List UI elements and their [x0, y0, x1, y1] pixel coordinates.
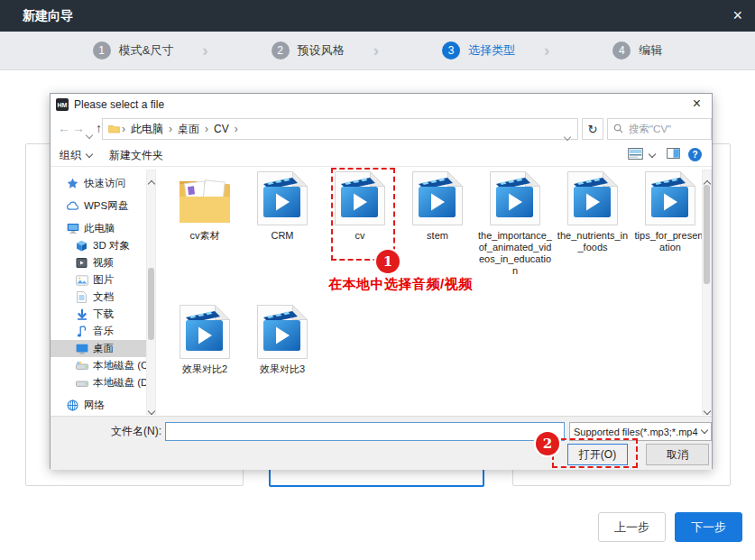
file-item-cv素材[interactable]: cv素材 [166, 169, 244, 302]
sidebar-item-网络[interactable]: 网络 [51, 397, 146, 414]
address-caret-icon[interactable] [565, 127, 570, 143]
step-label: 模式&尺寸 [119, 42, 174, 59]
file-name-label: cv素材 [167, 230, 243, 242]
sidebar-item-图片[interactable]: 图片 [51, 271, 146, 289]
sidebar-item-label: 视频 [93, 256, 114, 270]
breadcrumb: ›此电脑›桌面›CV› [120, 122, 240, 137]
video-file-icon [489, 169, 541, 226]
sidebar-scrollbar[interactable] [146, 170, 156, 415]
step-separator-icon: › [373, 41, 379, 59]
prev-step-button[interactable]: 上一步 [598, 512, 666, 542]
files-scrollbar[interactable] [702, 170, 712, 415]
file-item-the_importance_of_animated_videos_in_education[interactable]: the_importance_of_animated_videos_in_edu… [476, 169, 554, 302]
dialog-close-icon[interactable]: × [693, 96, 701, 112]
file-item-效果对比3[interactable]: 效果对比3 [244, 302, 321, 375]
history-caret-icon[interactable] [87, 125, 92, 142]
forward-icon[interactable]: → [72, 120, 85, 136]
filename-label: 文件名(N): [51, 424, 161, 439]
sidebar-item-label: 3D 对象 [93, 239, 130, 252]
search-icon [613, 121, 623, 137]
crumb-separator-icon: › [205, 123, 208, 135]
dialog-toolbar: 组织 新建文件夹 ? [51, 144, 712, 167]
sidebar-item-本地磁盘 (D:)[interactable]: 本地磁盘 (D:) [51, 374, 146, 391]
sidebar-item-文档[interactable]: 文档 [51, 289, 146, 306]
file-item-效果对比2[interactable]: 效果对比2 [166, 302, 244, 375]
sidebar-item-label: 音乐 [93, 325, 114, 338]
step-number-badge: 4 [612, 41, 631, 60]
step-label: 编辑 [639, 42, 662, 59]
refresh-button[interactable]: ↻ [582, 118, 603, 140]
file-name-label: 效果对比3 [244, 363, 320, 375]
organize-label: 组织 [60, 148, 81, 163]
step-2: 2预设风格 [272, 41, 345, 60]
drive-c-icon [75, 360, 88, 372]
help-button[interactable]: ? [688, 148, 702, 161]
drive-icon [75, 377, 88, 390]
step-3: 3选择类型 [442, 41, 515, 60]
sidebar-item-视频[interactable]: 视频 [51, 254, 146, 271]
video-file-icon [566, 169, 619, 226]
crumb-separator-icon: › [169, 123, 172, 135]
back-icon[interactable]: ← [58, 120, 70, 136]
window-close-icon[interactable]: × [732, 6, 742, 24]
address-bar[interactable]: ›此电脑›桌面›CV› [102, 118, 578, 140]
cube-icon [75, 240, 88, 252]
music-icon [75, 326, 88, 338]
step-1: 1模式&尺寸 [93, 41, 174, 60]
sidebar-item-下载[interactable]: 下载 [51, 306, 146, 323]
sidebar-item-WPS网盘[interactable]: WPS网盘 [51, 197, 146, 215]
file-item-the_nutrients_in_foods[interactable]: the_nutrients_in_foods [554, 169, 631, 302]
sidebar-item-label: WPS网盘 [84, 199, 128, 213]
network-icon [66, 399, 79, 412]
cancel-button[interactable]: 取消 [646, 444, 709, 465]
filename-input[interactable] [165, 422, 565, 441]
video-file-icon [644, 169, 696, 226]
file-item-tips_for_presentation[interactable]: tips_for_presentation [631, 169, 709, 302]
folder-small-icon [108, 121, 120, 137]
sidebar-item-快速访问[interactable]: 快速访问 [51, 175, 146, 192]
search-placeholder: 搜索"CV" [629, 123, 671, 136]
file-item-CRM[interactable]: CRM [244, 169, 321, 302]
step-4: 4编辑 [612, 41, 662, 60]
breadcrumb-item[interactable]: CV [214, 123, 229, 135]
sidebar-item-label: 快速访问 [84, 177, 125, 190]
sidebar-item-本地磁盘 (C:)[interactable]: 本地磁盘 (C:) [51, 357, 146, 374]
step-number-badge: 1 [93, 41, 111, 60]
annotation-badge-1: 1 [376, 250, 400, 273]
up-icon[interactable]: ↑ [96, 120, 102, 136]
step-separator-icon: › [544, 41, 549, 59]
document-icon [75, 291, 88, 304]
download-icon [75, 308, 88, 321]
view-mode-button[interactable] [628, 148, 655, 162]
sidebar-item-label: 图片 [93, 273, 114, 287]
new-folder-label: 新建文件夹 [109, 148, 163, 163]
sidebar-item-label: 文档 [93, 290, 114, 304]
window-titlebar: 新建向导 × [0, 0, 755, 32]
step-label: 预设风格 [298, 42, 345, 59]
sidebar-item-3D 对象[interactable]: 3D 对象 [51, 237, 146, 254]
sidebar-item-label: 网络 [84, 399, 105, 412]
video-icon [75, 257, 88, 270]
pictures-icon [75, 274, 88, 287]
sidebar-item-此电脑[interactable]: 此电脑 [51, 220, 146, 237]
search-box[interactable]: 搜索"CV" [607, 118, 712, 140]
cloud-icon [66, 200, 79, 213]
next-step-button[interactable]: 下一步 [675, 512, 742, 542]
preview-pane-button[interactable] [667, 148, 680, 161]
step-separator-icon: › [202, 41, 207, 59]
breadcrumb-item[interactable]: 桌面 [178, 122, 199, 137]
file-list: cv素材CRMcvstemthe_importance_of_animated_… [166, 169, 709, 375]
video-file-icon [256, 169, 308, 226]
organize-menu[interactable]: 组织 [60, 148, 92, 163]
file-dialog-titlebar: HM Please select a file × [51, 94, 712, 115]
sidebar-item-音乐[interactable]: 音乐 [51, 323, 146, 340]
crumb-separator-icon: › [122, 123, 125, 135]
wizard-step-bar: 1模式&尺寸›2预设风格›3选择类型›4编辑 [0, 32, 755, 70]
breadcrumb-item[interactable]: 此电脑 [131, 122, 163, 137]
file-name-label: CRM [244, 230, 320, 242]
annotation-hint-text: 在本地中选择音频/视频 [328, 276, 473, 293]
video-file-icon [256, 302, 308, 360]
sidebar-item-桌面[interactable]: 桌面 [51, 340, 146, 357]
preview-pane-icon [667, 148, 680, 161]
new-folder-button[interactable]: 新建文件夹 [109, 148, 163, 163]
